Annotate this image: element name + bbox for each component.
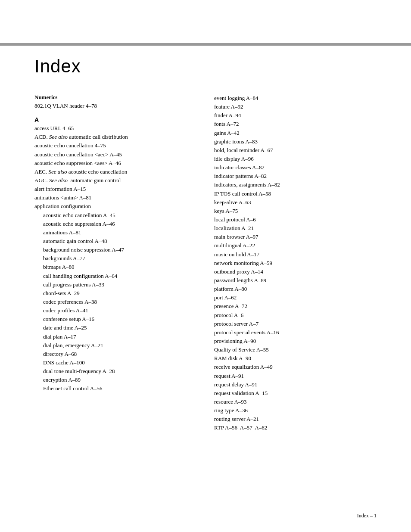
numerics-header: Numerics <box>34 94 197 101</box>
subentry-aec-a45: acoustic echo cancellation A–45 <box>34 211 197 220</box>
subentry-ethernet-a56: Ethernet call control A–56 <box>34 384 197 393</box>
entry-request-delay: request delay A–91 <box>214 380 377 389</box>
entry-presence: presence A–72 <box>214 302 377 311</box>
entry-keys: keys A–75 <box>214 207 377 215</box>
entry-802: 802.1Q VLAN header 4–78 <box>34 102 197 110</box>
entry-indicators-assign: indicators, assignments A–82 <box>214 180 377 189</box>
subentry-agc-a48: automatic gain control A–48 <box>34 237 197 246</box>
subentry-bgn-a47: background noise suppression A–47 <box>34 246 197 254</box>
entry-fonts: fonts A–72 <box>214 120 377 128</box>
entry-indicator-classes: indicator classes A–82 <box>214 163 377 172</box>
entry-protocol-special-events: protocol special events A–16 <box>214 328 377 337</box>
subentry-encrypt-a89: encryption A–89 <box>34 376 197 384</box>
entry-acd: ACD. See also automatic call distributio… <box>34 133 197 141</box>
subentry-aes-a46: acoustic echo suppression A–46 <box>34 220 197 228</box>
subentry-dns-a100: DNS cache A–100 <box>34 358 197 367</box>
page-container: Index Numerics 802.1Q VLAN header 4–78 A… <box>0 0 411 532</box>
entry-agc-seealso: AGC. See also automatic gain control <box>34 176 197 185</box>
entry-access-url: access URL 4–65 <box>34 124 197 133</box>
right-column: event logging A–84 feature A–92 finder A… <box>214 94 377 432</box>
entry-aec-a45: acoustic echo cancellation <aec> A–45 <box>34 150 197 159</box>
entry-music-on-hold: music on hold A–17 <box>214 250 377 259</box>
entry-protocol-server: protocol server A–7 <box>214 320 377 328</box>
entry-event-logging: event logging A–84 <box>214 94 377 103</box>
subentry-animations-a81: animations A–81 <box>34 228 197 237</box>
entry-finder: finder A–94 <box>214 111 377 120</box>
entry-local-protocol: local protocol A–6 <box>214 215 377 224</box>
entry-request-validation: request validation A–15 <box>214 389 377 398</box>
page-footer: Index – 1 <box>357 513 377 519</box>
left-column: Numerics 802.1Q VLAN header 4–78 A acces… <box>34 94 197 393</box>
subentry-codec-pref-a38: codec preferences A–38 <box>34 298 197 306</box>
entry-multilingual: multilingual A–22 <box>214 241 377 250</box>
entry-outbound-proxy: outbound proxy A–14 <box>214 268 377 276</box>
page-title: Index <box>34 56 377 77</box>
entry-aec-seealso: AEC. See also acoustic echo cancellation <box>34 168 197 176</box>
entry-request: request A–91 <box>214 372 377 380</box>
subentry-bg-a77: backgrounds A–77 <box>34 254 197 263</box>
subentry-chord-a29: chord-sets A–29 <box>34 289 197 298</box>
entry-keep-alive: keep-alive A–63 <box>214 198 377 207</box>
entry-receive-eq: receive equalization A–49 <box>214 363 377 371</box>
entry-hold: hold, local reminder A–67 <box>214 146 377 155</box>
entry-feature: feature A–92 <box>214 103 377 111</box>
entry-platform: platform A–80 <box>214 285 377 293</box>
top-bar-decoration <box>0 43 411 46</box>
entry-app-config: application configuration <box>34 202 197 211</box>
entry-main-browser: main browser A–97 <box>214 233 377 241</box>
entry-graphic-icons: graphic icons A–83 <box>214 137 377 146</box>
subentry-call-progress-a33: call progress patterns A–33 <box>34 280 197 289</box>
entry-aes-a46: acoustic echo suppression <aes> A–46 <box>34 159 197 168</box>
subentry-conf-a16: conference setup A–16 <box>34 315 197 324</box>
entry-gains: gains A–42 <box>214 129 377 137</box>
entry-protocol: protocol A–6 <box>214 311 377 320</box>
subentry-directory-a68: directory A–68 <box>34 350 197 358</box>
entry-rtp: RTP A–56 A–57 A–62 <box>214 423 377 432</box>
entry-qos: Quality of Service A–55 <box>214 345 377 354</box>
entry-ip-tos: IP TOS call control A–58 <box>214 190 377 198</box>
entry-aec-4-75: acoustic echo cancellation 4–75 <box>34 141 197 150</box>
content-area: Index Numerics 802.1Q VLAN header 4–78 A… <box>0 0 411 458</box>
entry-ram-disk: RAM disk A–90 <box>214 354 377 363</box>
subentry-call-handling-a64: call handling configuration A–64 <box>34 272 197 280</box>
entry-provisioning: provisioning A–90 <box>214 337 377 345</box>
entry-password-lengths: password lengths A–89 <box>214 276 377 285</box>
entry-routing-server: routing server A–21 <box>214 415 377 423</box>
entry-indicator-patterns: indicator patterns A–82 <box>214 172 377 180</box>
subentry-dial-emerg-a21: dial plan, emergency A–21 <box>34 341 197 350</box>
entry-localization: localization A–21 <box>214 224 377 233</box>
entry-ring-type: ring type A–36 <box>214 406 377 415</box>
entry-animations: animations <anim> A–81 <box>34 193 197 202</box>
subentry-bitmaps-a80: bitmaps A–80 <box>34 263 197 271</box>
entry-port: port A–62 <box>214 293 377 302</box>
index-layout: Numerics 802.1Q VLAN header 4–78 A acces… <box>34 94 377 432</box>
letter-a: A <box>34 116 197 123</box>
entry-idle-display: idle display A–96 <box>214 155 377 163</box>
entry-resource: resource A–93 <box>214 398 377 406</box>
entry-network-monitoring: network monitoring A–59 <box>214 259 377 268</box>
entry-alert: alert information A–15 <box>34 185 197 193</box>
subentry-dial-a17: dial plan A–17 <box>34 333 197 341</box>
subentry-codec-prof-a41: codec profiles A–41 <box>34 306 197 315</box>
subentry-date-a25: date and time A–25 <box>34 324 197 332</box>
subentry-dtmf-a28: dual tone multi-frequency A–28 <box>34 367 197 376</box>
